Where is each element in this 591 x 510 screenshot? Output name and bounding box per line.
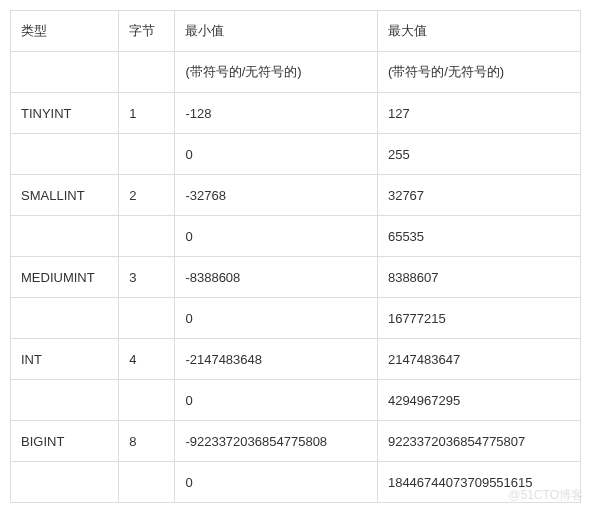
cell-bytes: 4 [119, 339, 175, 380]
cell-type: BIGINT [11, 421, 119, 462]
cell-min-unsigned: 0 [175, 216, 378, 257]
cell-bytes: 1 [119, 93, 175, 134]
cell-blank [119, 462, 175, 503]
cell-min-unsigned: 0 [175, 380, 378, 421]
cell-min-signed: -9223372036854775808 [175, 421, 378, 462]
table-row: 0 65535 [11, 216, 581, 257]
cell-max-signed: 127 [377, 93, 580, 134]
cell-max-signed: 2147483647 [377, 339, 580, 380]
cell-blank [11, 52, 119, 93]
cell-max-unsigned: 65535 [377, 216, 580, 257]
table-subheader-row: (带符号的/无符号的) (带符号的/无符号的) [11, 52, 581, 93]
cell-min-unsigned: 0 [175, 134, 378, 175]
cell-max-signed: 8388607 [377, 257, 580, 298]
header-max: 最大值 [377, 11, 580, 52]
cell-blank [119, 134, 175, 175]
cell-blank [11, 380, 119, 421]
cell-type: TINYINT [11, 93, 119, 134]
subheader-min: (带符号的/无符号的) [175, 52, 378, 93]
cell-blank [11, 216, 119, 257]
cell-min-signed: -128 [175, 93, 378, 134]
header-type: 类型 [11, 11, 119, 52]
cell-bytes: 3 [119, 257, 175, 298]
cell-blank [119, 216, 175, 257]
cell-blank [119, 298, 175, 339]
cell-max-signed: 32767 [377, 175, 580, 216]
cell-max-unsigned: 18446744073709551615 [377, 462, 580, 503]
cell-min-unsigned: 0 [175, 298, 378, 339]
cell-max-unsigned: 16777215 [377, 298, 580, 339]
cell-max-unsigned: 4294967295 [377, 380, 580, 421]
cell-type: MEDIUMINT [11, 257, 119, 298]
table-row: 0 18446744073709551615 [11, 462, 581, 503]
cell-blank [11, 298, 119, 339]
cell-min-signed: -8388608 [175, 257, 378, 298]
cell-bytes: 2 [119, 175, 175, 216]
table-row: 0 16777215 [11, 298, 581, 339]
cell-blank [119, 380, 175, 421]
subheader-max: (带符号的/无符号的) [377, 52, 580, 93]
cell-type: SMALLINT [11, 175, 119, 216]
table-row: TINYINT 1 -128 127 [11, 93, 581, 134]
table-row: 0 255 [11, 134, 581, 175]
cell-min-signed: -32768 [175, 175, 378, 216]
header-bytes: 字节 [119, 11, 175, 52]
table-row: 0 4294967295 [11, 380, 581, 421]
cell-blank [119, 52, 175, 93]
cell-min-signed: -2147483648 [175, 339, 378, 380]
table-header-row: 类型 字节 最小值 最大值 [11, 11, 581, 52]
table-row: MEDIUMINT 3 -8388608 8388607 [11, 257, 581, 298]
cell-blank [11, 134, 119, 175]
header-min: 最小值 [175, 11, 378, 52]
cell-blank [11, 462, 119, 503]
integer-types-table: 类型 字节 最小值 最大值 (带符号的/无符号的) (带符号的/无符号的) TI… [10, 10, 581, 503]
table-row: BIGINT 8 -9223372036854775808 9223372036… [11, 421, 581, 462]
cell-type: INT [11, 339, 119, 380]
cell-max-signed: 9223372036854775807 [377, 421, 580, 462]
table-row: INT 4 -2147483648 2147483647 [11, 339, 581, 380]
table-row: SMALLINT 2 -32768 32767 [11, 175, 581, 216]
cell-min-unsigned: 0 [175, 462, 378, 503]
cell-bytes: 8 [119, 421, 175, 462]
cell-max-unsigned: 255 [377, 134, 580, 175]
